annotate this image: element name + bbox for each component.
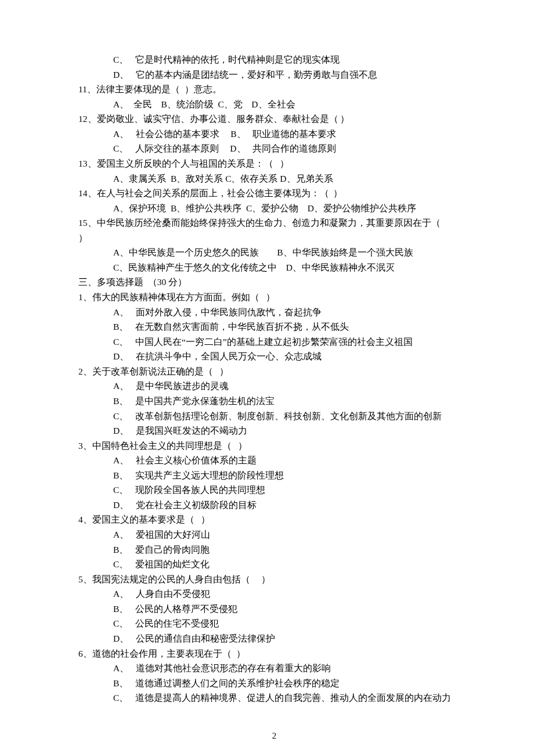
s3-q1-d: D、 在抗洪斗争中，全国人民万众一心、众志成城 [78, 349, 470, 364]
s3-q6-b: B、 道德通过调整人们之间的关系维护社会秩序的稳定 [78, 676, 470, 691]
page-number: 2 [78, 729, 470, 743]
prelude-option-c: C、 它是时代精神的依托，时代精神则是它的现实体现 [78, 52, 470, 67]
q13-stem: 13、爱国主义所反映的个人与祖国的关系是：（ ） [78, 156, 470, 171]
s3-q2-stem: 2、关于改革创新说法正确的是（ ） [78, 364, 470, 379]
s3-q2-a: A、 是中华民族进步的灵魂 [78, 379, 470, 394]
q12-options-row1: A、 社会公德的基本要求 B、 职业道德的基本要求 [78, 127, 470, 142]
s3-q6-c: C、 道德是提高人的精神境界、促进人的自我完善、推动人的全面发展的内在动力 [78, 690, 470, 705]
s3-q5-a: A、 人身自由不受侵犯 [78, 586, 470, 602]
s3-q2-b: B、 是中国共产党永保蓬勃生机的法宝 [78, 394, 470, 409]
s3-q5-d: D、 公民的通信自由和秘密受法律保护 [78, 631, 470, 646]
s3-q4-b: B、 爱自己的骨肉同胞 [78, 542, 470, 557]
q14-options: A、保护环境 B、维护公共秩序 C、爱护公物 D、爱护公物维护公共秩序 [78, 201, 470, 216]
s3-q1-b: B、 在无数自然灾害面前，中华民族百折不挠，从不低头 [78, 319, 470, 334]
s3-q2-c: C、 改革创新包括理论创新、制度创新、科技创新、文化创新及其他方面的创新 [78, 409, 470, 424]
q14-stem: 14、在人与社会之间关系的层面上，社会公德主要体现为：（ ） [78, 186, 470, 201]
q13-options: A、隶属关系 B、敌对关系 C、依存关系 D、兄弟关系 [78, 171, 470, 186]
s3-q3-stem: 3、中国特色社会主义的共同理想是（ ） [78, 438, 470, 453]
q15-options-row1: A、中华民族是一个历史悠久的民族 B、中华民族始终是一个强大民族 [78, 245, 470, 260]
q11-options: A、 全民 B、统治阶级 C、党 D、全社会 [78, 97, 470, 112]
s3-q1-stem: 1、伟大的民族精神体现在方方面面。例如（ ） [78, 290, 470, 305]
s3-q4-a: A、 爱祖国的大好河山 [78, 527, 470, 542]
s3-q1-a: A、 面对外敌入侵，中华民族同仇敌忾，奋起抗争 [78, 305, 470, 320]
q11-stem: 11、法律主要体现的是（ ）意志。 [78, 82, 470, 97]
s3-q2-d: D、 是我国兴旺发达的不竭动力 [78, 423, 470, 438]
q15-stem-line1: 15、中华民族历经沧桑而能始终保持强大的生命力、创造力和凝聚力，其重要原因在于（ [78, 215, 470, 231]
q12-stem: 12、爱岗敬业、诚实守信、办事公道、服务群众、奉献社会是（ ） [78, 111, 470, 127]
s3-q3-c: C、 现阶段全国各族人民的共同理想 [78, 483, 470, 498]
prelude-option-d: D、 它的基本内涵是团结统一，爱好和平，勤劳勇敢与自强不息 [78, 67, 470, 82]
s3-q5-b: B、 公民的人格尊严不受侵犯 [78, 602, 470, 617]
s3-q6-stem: 6、道德的社会作用，主要表现在于（ ） [78, 646, 470, 661]
s3-q4-c: C、 爱祖国的灿烂文化 [78, 557, 470, 572]
s3-q3-a: A、 社会主义核心价值体系的主题 [78, 453, 470, 468]
q15-options-row2: C、民族精神产生于悠久的文化传统之中 D、中华民族精神永不泯灭 [78, 260, 470, 275]
section-3-header: 三、多项选择题 （30 分） [78, 275, 470, 290]
s3-q3-b: B、 实现共产主义远大理想的阶段性理想 [78, 468, 470, 483]
s3-q1-c: C、 中国人民在“一穷二白”的基础上建立起初步繁荣富强的社会主义祖国 [78, 334, 470, 350]
q15-stem-line2: ） [78, 231, 470, 246]
q12-options-row2: C、 人际交往的基本原则 D、 共同合作的道德原则 [78, 141, 470, 156]
s3-q5-stem: 5、我国宪法规定的公民的人身自由包括（ ） [78, 572, 470, 587]
s3-q4-stem: 4、爱国主义的基本要求是（ ） [78, 512, 470, 527]
s3-q5-c: C、 公民的住宅不受侵犯 [78, 616, 470, 631]
s3-q3-d: D、 党在社会主义初级阶段的目标 [78, 498, 470, 513]
s3-q6-a: A、 道德对其他社会意识形态的存在有着重大的影响 [78, 661, 470, 676]
